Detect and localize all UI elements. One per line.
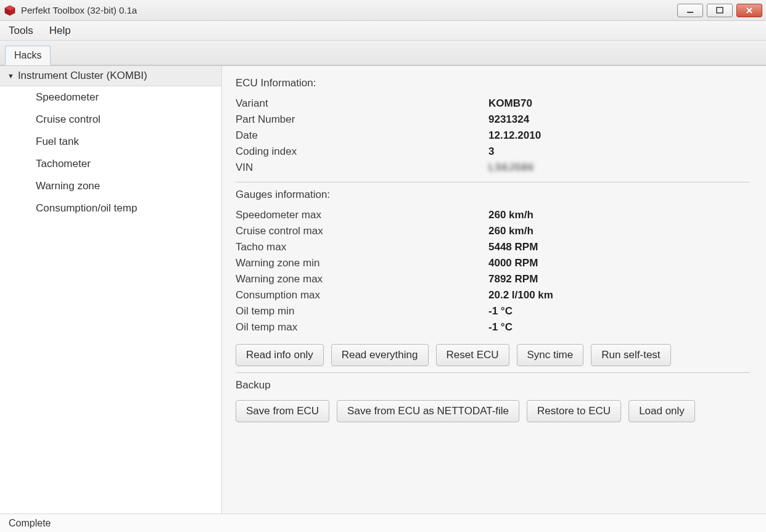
tree-item-speedometer[interactable]: Speedometer <box>0 86 221 108</box>
reset-ecu-button[interactable]: Reset ECU <box>436 344 509 366</box>
oilmax-value: -1 °C <box>488 321 513 334</box>
sidebar: ▼ Instrument Cluster (KOMBI) Speedometer… <box>0 66 222 514</box>
window-titlebar: Perfekt Toolbox (32-bit) 0.1a <box>0 0 766 21</box>
partnum-value: 9231324 <box>488 113 529 126</box>
tree-item-warning-zone[interactable]: Warning zone <box>0 175 221 197</box>
cons-value: 20.2 l/100 km <box>488 289 553 301</box>
warnmin-label: Warning zone min <box>236 257 488 269</box>
warnmax-label: Warning zone max <box>236 273 488 285</box>
tacho-label: Tacho max <box>236 241 488 253</box>
coding-value: 3 <box>488 145 494 158</box>
restore-to-ecu-button[interactable]: Restore to ECU <box>527 400 621 422</box>
variant-label: Variant <box>236 97 488 110</box>
backup-section-title: Backup <box>236 379 750 391</box>
minimize-button[interactable] <box>677 4 703 17</box>
partnum-label: Part Number <box>236 113 488 126</box>
window-title: Perfekt Toolbox (32-bit) 0.1a <box>21 5 137 15</box>
save-from-ecu-button[interactable]: Save from ECU <box>236 400 329 422</box>
read-info-button[interactable]: Read info only <box>236 344 324 366</box>
date-value: 12.12.2010 <box>488 129 541 142</box>
tree-item-cruise-control[interactable]: Cruise control <box>0 108 221 131</box>
tabstrip: Hacks <box>0 41 766 65</box>
menubar: Tools Help <box>0 21 766 41</box>
speedo-value: 260 km/h <box>488 209 533 221</box>
svg-rect-3 <box>687 12 693 13</box>
cons-label: Consumption max <box>236 289 488 301</box>
load-only-button[interactable]: Load only <box>628 400 695 422</box>
tree-item-fuel-tank[interactable]: Fuel tank <box>0 131 221 153</box>
vin-value: L56J586 <box>488 162 534 174</box>
save-nettodat-button[interactable]: Save from ECU as NETTODAT-file <box>337 400 519 422</box>
menu-help[interactable]: Help <box>49 25 71 37</box>
svg-rect-4 <box>717 7 723 13</box>
coding-label: Coding index <box>236 145 488 158</box>
tree-item-tachometer[interactable]: Tachometer <box>0 153 221 175</box>
run-selftest-button[interactable]: Run self-test <box>591 344 670 366</box>
sync-time-button[interactable]: Sync time <box>517 344 584 366</box>
statusbar: Complete <box>0 514 766 532</box>
oilmax-label: Oil temp max <box>236 321 488 334</box>
main-panel: ECU Information: Variant KOMB70 Part Num… <box>222 66 766 514</box>
speedo-label: Speedometer max <box>236 209 488 221</box>
maximize-button[interactable] <box>707 4 733 17</box>
variant-value: KOMB70 <box>488 97 532 110</box>
warnmin-value: 4000 RPM <box>488 257 538 269</box>
ecu-section-title: ECU Information: <box>236 77 750 89</box>
warnmax-value: 7892 RPM <box>488 273 538 285</box>
tree-header-label: Instrument Cluster (KOMBI) <box>18 70 147 82</box>
app-icon <box>4 4 16 17</box>
vin-label: VIN <box>236 162 488 174</box>
date-label: Date <box>236 129 488 142</box>
status-text: Complete <box>9 518 51 529</box>
cruise-value: 260 km/h <box>488 225 533 237</box>
oilmin-value: -1 °C <box>488 305 513 317</box>
menu-tools[interactable]: Tools <box>9 25 33 37</box>
tab-hacks[interactable]: Hacks <box>5 46 51 65</box>
caret-down-icon: ▼ <box>7 72 14 80</box>
oilmin-label: Oil temp min <box>236 305 488 317</box>
tacho-value: 5448 RPM <box>488 241 538 253</box>
close-button[interactable] <box>736 4 762 17</box>
gauges-section-title: Gauges information: <box>236 189 750 201</box>
tree-header-instrument-cluster[interactable]: ▼ Instrument Cluster (KOMBI) <box>0 66 221 86</box>
tree-item-consumption-oil-temp[interactable]: Consumption/oil temp <box>0 197 221 219</box>
separator <box>236 182 750 182</box>
cruise-label: Cruise control max <box>236 225 488 237</box>
read-everything-button[interactable]: Read everything <box>331 344 429 366</box>
separator <box>236 372 750 373</box>
